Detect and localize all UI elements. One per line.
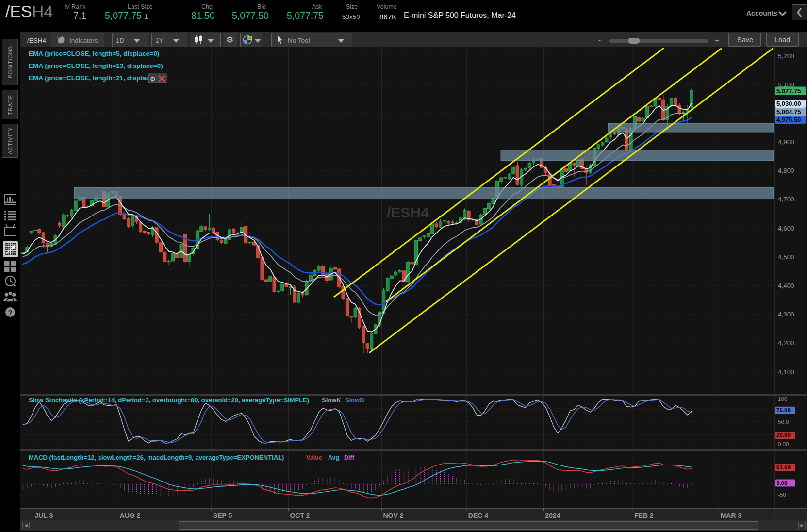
svg-text:4,100: 4,100 [778, 368, 794, 376]
svg-text:4,400: 4,400 [778, 282, 794, 289]
svg-text:20.00: 20.00 [776, 432, 791, 438]
svg-text:SlowD: SlowD [345, 397, 364, 404]
svg-text:Slow Stochastic (kPeriod=14, d: Slow Stochastic (kPeriod=14, dPeriod=3, … [29, 397, 309, 404]
svg-text:5,030.00: 5,030.00 [776, 100, 801, 107]
svg-text:SlowK: SlowK [322, 397, 341, 404]
svg-text:5,004.75: 5,004.75 [776, 108, 801, 116]
svg-text:4,700: 4,700 [778, 196, 794, 203]
svg-text:EMA (price=CLOSE, length=5, di: EMA (price=CLOSE, length=5, displace=0) [29, 50, 159, 57]
svg-text:4,300: 4,300 [778, 311, 794, 318]
svg-text:⚙: ⚙ [150, 75, 156, 83]
svg-text:DEC 4: DEC 4 [468, 512, 488, 519]
svg-text:4,900: 4,900 [778, 138, 794, 146]
svg-text:EMA (price=CLOSE, length=13, d: EMA (price=CLOSE, length=13, displace=0) [29, 62, 163, 69]
svg-text:❌: ❌ [158, 75, 165, 82]
svg-text:NOV 2: NOV 2 [383, 512, 404, 519]
svg-text:4,600: 4,600 [778, 225, 794, 232]
svg-text:5,200: 5,200 [778, 52, 794, 60]
svg-text:FEB 2: FEB 2 [634, 512, 654, 519]
svg-text:JUL 3: JUL 3 [34, 512, 53, 519]
svg-text:4,800: 4,800 [778, 167, 794, 174]
svg-text:75.08: 75.08 [776, 407, 791, 413]
svg-text:AUG 2: AUG 2 [120, 512, 141, 519]
svg-text:2024: 2024 [545, 512, 560, 519]
svg-text:SEP 5: SEP 5 [213, 512, 232, 519]
svg-text:5,077.75: 5,077.75 [776, 87, 801, 95]
svg-text:MAR 3: MAR 3 [721, 512, 742, 519]
svg-text:100: 100 [778, 396, 787, 402]
svg-text:4,200: 4,200 [778, 339, 794, 347]
svg-text:Value: Value [306, 454, 322, 461]
svg-text:0.00: 0.00 [778, 441, 789, 447]
svg-text:-50: -50 [778, 492, 786, 498]
svg-text:/ESH4: /ESH4 [387, 204, 429, 220]
svg-text:50.0: 50.0 [778, 419, 789, 425]
svg-text:Avg: Avg [328, 454, 339, 461]
svg-text:51.68: 51.68 [776, 465, 791, 470]
svg-text:Diff: Diff [344, 454, 355, 461]
svg-text:4,500: 4,500 [778, 253, 794, 261]
svg-text:EMA (price=CLOSE, length=21, d: EMA (price=CLOSE, length=21, displace [29, 74, 153, 82]
svg-text:4,975.50: 4,975.50 [776, 116, 801, 123]
svg-text:MACD (fastLength=12, slowLengt: MACD (fastLength=12, slowLength=26, macd… [29, 454, 284, 461]
svg-text:3.00: 3.00 [776, 480, 787, 486]
svg-text:OCT 2: OCT 2 [290, 512, 310, 519]
